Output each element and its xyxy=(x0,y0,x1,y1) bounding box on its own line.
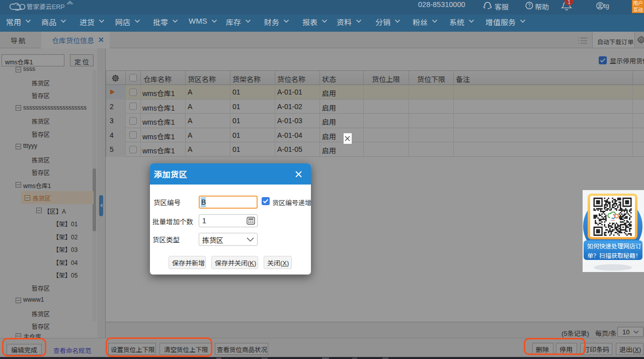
svg-text:?: ? xyxy=(528,3,531,9)
